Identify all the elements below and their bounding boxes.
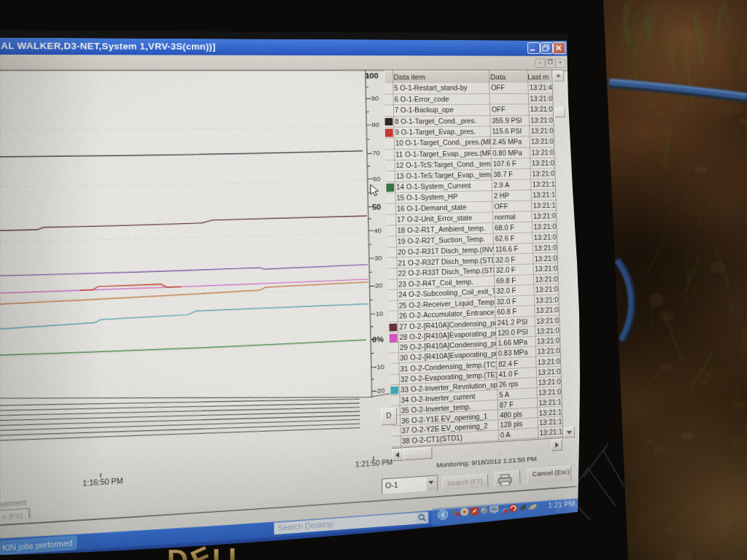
svg-text:L: L bbox=[212, 543, 230, 560]
svg-text:L: L bbox=[228, 542, 246, 560]
svg-text:D: D bbox=[167, 544, 188, 560]
